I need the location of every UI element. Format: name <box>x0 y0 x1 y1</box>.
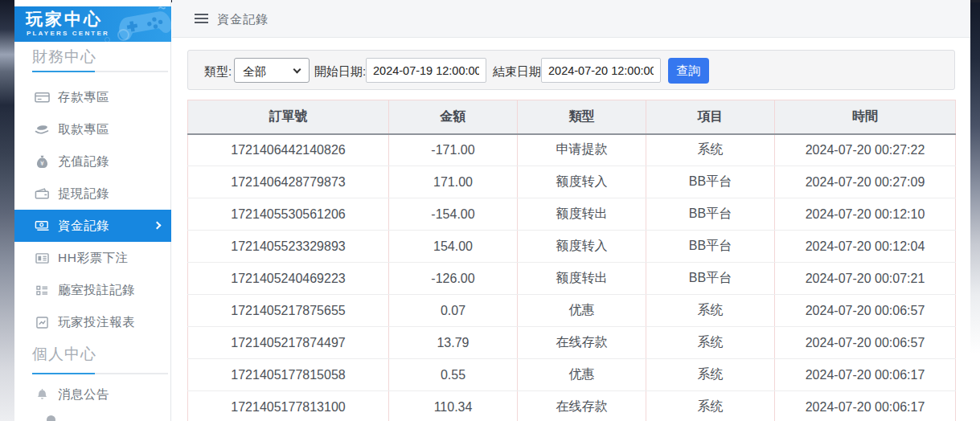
search-button[interactable]: 查詢 <box>668 58 709 84</box>
table-row: 1721405217875655 0.07 优惠 系统 2024-07-20 0… <box>188 295 956 327</box>
cell-item: BB平台 <box>646 231 775 263</box>
sidebar-item-announcements[interactable]: 消息公告 <box>14 378 171 411</box>
cell-item: BB平台 <box>646 198 775 231</box>
cell-order: 1721405523329893 <box>188 231 389 263</box>
sidebar-item-label: 存款專區 <box>58 89 109 106</box>
sidebar-item-label: 取款專區 <box>58 121 109 138</box>
table-row: 1721406428779873 171.00 额度转入 BB平台 2024-0… <box>188 166 956 198</box>
cell-order: 1721406442140826 <box>188 134 389 166</box>
cell-item: 系统 <box>646 295 775 327</box>
cell-amount: 154.00 <box>389 231 518 263</box>
cell-amount: -154.00 <box>389 198 518 231</box>
page-title: 資金記錄 <box>217 12 269 27</box>
cell-type: 额度转出 <box>518 263 646 295</box>
sidebar-item-hh-lottery-bets[interactable]: HH彩票下注 <box>14 242 171 274</box>
cell-item: 系统 <box>646 391 775 421</box>
cell-time: 2024-07-20 00:12:10 <box>775 198 956 231</box>
section-personal-label: 個人中心 <box>32 344 96 365</box>
cell-type: 在线存款 <box>518 391 646 421</box>
banknote-icon <box>34 219 50 232</box>
left-edge-decoration <box>0 0 14 421</box>
cell-amount: 171.00 <box>389 166 518 198</box>
decorative-circle-small <box>105 37 110 42</box>
svg-text:¥: ¥ <box>40 160 44 167</box>
table-row: 1721405217874497 13.79 在线存款 系统 2024-07-2… <box>188 327 956 359</box>
sidebar-item-label: 資金記錄 <box>58 218 109 235</box>
table-row: 1721405240469223 -126.00 额度转出 BB平台 2024-… <box>188 263 956 295</box>
bell-icon <box>34 388 50 401</box>
section-personal-underline <box>32 373 168 374</box>
sidebar-item-label: 玩家投注報表 <box>58 314 135 331</box>
cell-order: 1721406428779873 <box>188 166 389 198</box>
section-finance-underline <box>32 71 168 72</box>
cell-time: 2024-07-20 00:27:09 <box>775 166 956 198</box>
cell-order: 1721405530561206 <box>188 198 389 231</box>
cell-amount: -171.00 <box>389 134 518 166</box>
brand-subtitle: PLAYERS CENTER <box>27 30 109 37</box>
sidebar-item-label: HH彩票下注 <box>58 250 128 267</box>
table-row: 1721406442140826 -171.00 申请提款 系统 2024-07… <box>188 134 956 166</box>
user-icon-partial <box>47 415 55 421</box>
brand-title: 玩家中心 <box>26 8 103 31</box>
cell-time: 2024-07-20 00:06:17 <box>775 359 956 391</box>
header-type: 類型 <box>518 100 646 134</box>
table-header-row: 訂單號 金額 類型 項目 時間 <box>188 100 956 134</box>
hamburger-icon[interactable] <box>195 14 208 26</box>
sidebar-item-label: 充值記錄 <box>58 153 109 170</box>
money-bag-icon: ¥ <box>34 155 50 169</box>
chevron-right-icon <box>154 222 162 230</box>
sidebar-item-player-bet-report[interactable]: 玩家投注報表 <box>14 306 171 338</box>
header-order: 訂單號 <box>188 100 389 134</box>
cell-time: 2024-07-20 00:27:22 <box>775 134 956 166</box>
cell-time: 2024-07-20 00:07:21 <box>775 263 956 295</box>
sidebar-item-label: 消息公告 <box>58 386 109 403</box>
cell-type: 额度转出 <box>518 198 646 231</box>
type-select-value: 全部 <box>243 64 266 80</box>
start-date-label: 開始日期: <box>314 64 366 80</box>
sidebar-item-room-bet-records[interactable]: 廳室投註記錄 <box>14 274 171 306</box>
table-row: 1721405523329893 154.00 额度转入 BB平台 2024-0… <box>188 231 956 263</box>
sidebar-item-deposit-zone[interactable]: 存款專區 <box>14 81 171 113</box>
main-content: 資金記錄 類型: 全部 開始日期: 結束日期: 查詢 訂單號 金額 類型 <box>172 0 970 421</box>
cell-type: 申请提款 <box>518 134 646 166</box>
sidebar-item-funds-records[interactable]: 資金記錄 <box>14 210 171 242</box>
end-date-input[interactable] <box>541 58 661 83</box>
cell-amount: 0.55 <box>389 359 518 391</box>
chevron-down-icon <box>293 66 301 74</box>
filter-bar: 類型: 全部 開始日期: 結束日期: 查詢 <box>187 50 955 90</box>
sidebar-item-withdrawal-records[interactable]: 提現記錄 <box>14 178 171 210</box>
cell-amount: 0.07 <box>389 295 518 327</box>
topbar: 資金記錄 <box>172 0 970 38</box>
ticket-list-icon <box>34 252 50 264</box>
cell-time: 2024-07-20 00:12:04 <box>775 231 956 263</box>
cell-amount: 110.34 <box>389 391 518 421</box>
cell-item: 系统 <box>646 134 775 166</box>
type-filter-label: 類型: <box>204 64 232 80</box>
cell-item: BB平台 <box>646 263 775 295</box>
room-list-icon <box>34 284 50 296</box>
table-row: 1721405177813100 110.34 在线存款 系统 2024-07-… <box>188 391 956 421</box>
cell-time: 2024-07-20 00:06:57 <box>775 295 956 327</box>
table-row: 1721405177815058 0.55 优惠 系统 2024-07-20 0… <box>188 359 956 391</box>
table-row: 1721405530561206 -154.00 额度转出 BB平台 2024-… <box>188 198 956 231</box>
cell-type: 优惠 <box>518 295 646 327</box>
cell-type: 额度转入 <box>518 231 646 263</box>
right-edge-decoration <box>970 0 980 421</box>
hand-money-icon <box>34 123 50 136</box>
cell-type: 额度转入 <box>518 166 646 198</box>
sidebar-item-recharge-records[interactable]: ¥ 充值記錄 <box>14 145 171 178</box>
wallet-icon <box>34 187 50 200</box>
end-date-label: 結束日期: <box>493 64 544 80</box>
start-date-input[interactable] <box>366 58 486 83</box>
type-select[interactable]: 全部 <box>234 58 310 83</box>
sidebar-item-withdraw-zone[interactable]: 取款專區 <box>14 113 171 145</box>
header-item: 項目 <box>646 100 775 134</box>
cell-amount: 13.79 <box>389 327 518 359</box>
funds-table: 訂單號 金額 類型 項目 時間 1721406442140826 -171.00… <box>187 100 955 421</box>
cell-order: 1721405217874497 <box>188 327 389 359</box>
cell-order: 1721405177813100 <box>188 391 389 421</box>
players-center-screen: 玩家中心 PLAYERS CENTER 財務中心 存款專區 取款專區 ¥ 充值記… <box>0 0 980 421</box>
report-chart-icon <box>34 317 50 329</box>
cell-time: 2024-07-20 00:06:57 <box>775 327 956 359</box>
credit-card-icon <box>34 91 50 104</box>
